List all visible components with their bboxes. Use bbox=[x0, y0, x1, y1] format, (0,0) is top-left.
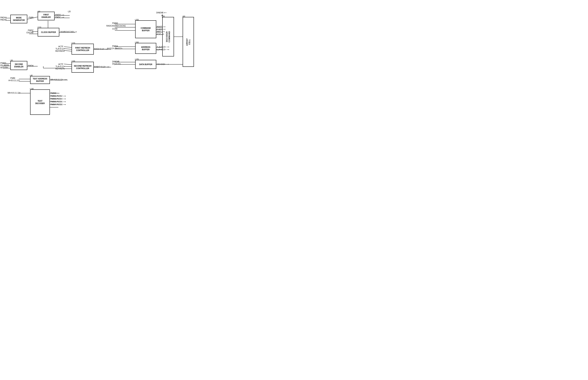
dq015-label: DQ<0:15> bbox=[112, 63, 121, 65]
dinenb-in-label: DINENB bbox=[112, 61, 119, 63]
ref60: ∖60 bbox=[182, 16, 185, 18]
ref30: ∖30 bbox=[10, 59, 13, 61]
pwdd-out-label: PWDD ⟶ bbox=[55, 14, 64, 16]
command-buffer-block: COMMANDBUFFER bbox=[135, 20, 156, 38]
tla012-2-label: TLA<0:12> bbox=[56, 65, 65, 68]
test-decoder-block: TESTDECODER bbox=[30, 89, 50, 115]
pwda-out-label: PWDA bbox=[28, 65, 34, 67]
data-buffer-block: DATA BUFFER bbox=[135, 60, 156, 69]
cell-array-block: CELLARRAY bbox=[183, 17, 194, 67]
pwdd-in2-label: PWDD bbox=[0, 62, 6, 64]
pwbi-signal: PWBI bbox=[29, 17, 34, 19]
tla013-label: TLA<0:13> ⟶ bbox=[157, 46, 169, 48]
padx8-label: PADX8 bbox=[0, 19, 6, 21]
first-refresh-block: FIRST REFRESHCONTROLLER bbox=[72, 44, 94, 55]
twbi56-label: TWBI5,TWBI6 ⟶ bbox=[50, 101, 66, 103]
lla013-label: LLA<0:13> ⟶ bbox=[157, 49, 169, 51]
svg-line-19 bbox=[64, 64, 72, 65]
block-diagram: MODE GENERATOR FIRSTENABLER CLOCK BUFFER… bbox=[0, 0, 196, 127]
svg-line-11 bbox=[64, 50, 72, 51]
a01316-label: A<0:13>,BA<0:2> bbox=[107, 47, 122, 50]
second-enabler-block: SECONDENABLER bbox=[10, 61, 27, 70]
ref40: ∖40 bbox=[29, 75, 33, 76]
pwdc-out-label: PWDC ⟶ bbox=[55, 16, 64, 18]
tla012-1-label: TLA<0:12> bbox=[56, 48, 65, 50]
iwet-label: IWET ⟶ bbox=[157, 31, 165, 33]
padx4-label: PADX4 bbox=[0, 17, 6, 19]
twbi0-label: TWBI0 ⟶ bbox=[50, 92, 59, 94]
twbi34-label: TWBI3,TWBI4 ⟶ bbox=[50, 98, 66, 100]
test-address-buffer-block: TEST ADDRESSBUFFER bbox=[30, 76, 50, 84]
pwdc-in-label: PWDC bbox=[28, 29, 34, 31]
gio063-label: GI0<0:63> ⟶ bbox=[157, 63, 169, 65]
svg-line-20 bbox=[64, 66, 72, 67]
mode-generator-block: MODE GENERATOR bbox=[10, 15, 27, 23]
ref150: ∖150 bbox=[135, 19, 139, 21]
svg-line-9 bbox=[64, 47, 72, 47]
pwda-in-label: PWDA bbox=[112, 45, 118, 47]
ra03-label: RA03<0:13> ⟶ bbox=[94, 48, 108, 50]
ref110: ∖110 bbox=[37, 26, 41, 28]
icast-label: ICAST ⟶ bbox=[157, 28, 165, 30]
ref160: ∖160 bbox=[135, 41, 139, 43]
wa891112-in-label: WA<8,9,11,12> bbox=[8, 92, 20, 94]
ref120: ∖120 bbox=[71, 42, 75, 44]
cckb-label: CCKB bbox=[112, 28, 118, 30]
svg-line-10 bbox=[64, 49, 72, 49]
actf1-label: ACTF bbox=[58, 46, 63, 48]
a891112-label: A<8,9,11,12> bbox=[8, 79, 20, 81]
ref170: ∖170 bbox=[135, 58, 139, 60]
wa891112-out-label: WA<8,9,11,12> ⟶ bbox=[50, 79, 67, 81]
rab47-label: RAB47<0:13> ⟶ bbox=[94, 66, 109, 68]
pwbi-in2-label: PWBI bbox=[10, 77, 15, 79]
ck0bck-label: CK0/BCK/CCKB ⟶ bbox=[60, 31, 77, 33]
clock-buffer-block: CLOCK BUFFER bbox=[38, 28, 59, 37]
wtstby-label: WTSTBY bbox=[0, 67, 8, 69]
address-buffer-block: ADDRESSBUFFER bbox=[135, 43, 156, 54]
refrefa2-label: REF/REFA bbox=[55, 68, 65, 70]
actf2-label: ACTF bbox=[58, 63, 63, 65]
irast-label: IRAST ⟶ bbox=[157, 26, 165, 28]
ref50: ∖50 bbox=[161, 16, 165, 18]
dinenb-top-label: DINENB ⟵ bbox=[156, 12, 167, 14]
ckckb-label: CK/CKB bbox=[26, 32, 33, 34]
pwdd-cmd-label: PWDD bbox=[112, 22, 118, 24]
rascaswe-label: RAS/CAS/WE/CS/CKE bbox=[106, 25, 126, 27]
second-refresh-block: SECOND REFRESHCONTROLLER bbox=[72, 62, 94, 73]
first-enabler-block: FIRSTENABLER bbox=[38, 12, 55, 20]
ref130: ∖130 bbox=[71, 60, 75, 62]
twbi78-label: TWBI7,TWBI8 ⟶ bbox=[50, 104, 66, 106]
ref10: ∖10 bbox=[37, 11, 40, 13]
refrefa1-label: REF/REFA bbox=[55, 50, 65, 52]
ref20: ∖20 bbox=[67, 11, 71, 13]
ref140: ∖140 bbox=[29, 88, 34, 90]
icst-label: ICST ⟶ bbox=[157, 33, 164, 35]
idlrefb-label: IDL,REFB bbox=[0, 64, 9, 66]
twbi12-label: TWBI1,TWBI2 ⟶ bbox=[50, 95, 66, 97]
